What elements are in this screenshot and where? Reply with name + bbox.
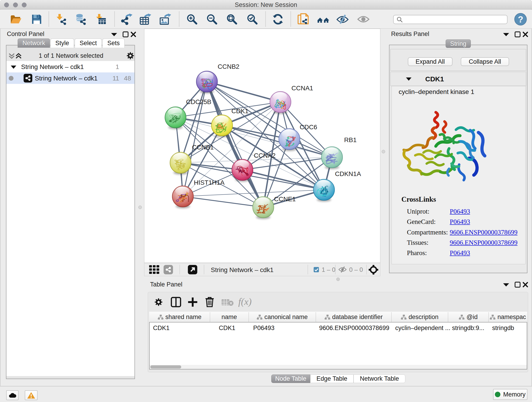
- svg-text:CDK1: CDK1: [231, 108, 249, 115]
- svg-text:CCNA2: CCNA2: [254, 152, 276, 159]
- svg-text:CDC25B: CDC25B: [186, 98, 211, 105]
- svg-text:RB1: RB1: [344, 136, 356, 143]
- svg-text:CCNA1: CCNA1: [291, 85, 313, 92]
- svg-text:HIST1H1A: HIST1H1A: [194, 179, 225, 186]
- svg-text:CDKN1A: CDKN1A: [335, 170, 361, 177]
- svg-text:CCNE1: CCNE1: [274, 196, 296, 203]
- svg-text:CCNB1: CCNB1: [192, 144, 214, 151]
- svg-text:CDC6: CDC6: [300, 123, 317, 131]
- svg-text:CCNB2: CCNB2: [218, 63, 239, 70]
